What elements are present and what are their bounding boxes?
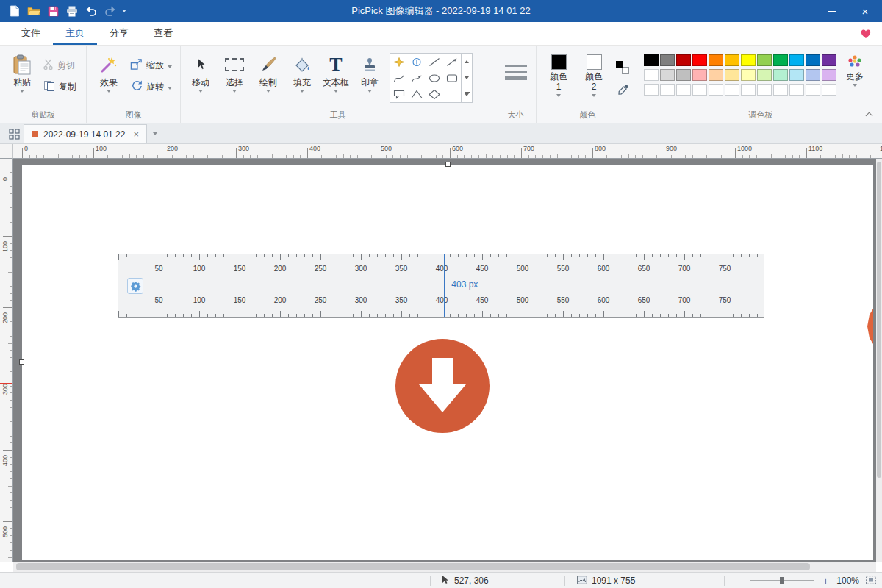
palette-swatch[interactable] bbox=[822, 69, 836, 81]
stamp-tool-button[interactable]: 印章 bbox=[353, 49, 387, 110]
color2-button[interactable]: 颜色 2 bbox=[578, 49, 610, 110]
palette-swatch[interactable] bbox=[676, 69, 691, 81]
textbox-tool-button[interactable]: T 文本框 bbox=[319, 49, 353, 110]
palette-swatch[interactable] bbox=[789, 69, 804, 81]
ribbon: 粘贴 剪切 复制 剪贴板 效果 bbox=[0, 46, 882, 123]
palette-swatch[interactable] bbox=[644, 54, 659, 66]
shape-ellipse-icon[interactable] bbox=[426, 70, 443, 86]
fit-to-window-icon[interactable] bbox=[866, 576, 876, 587]
palette-swatch[interactable] bbox=[773, 84, 788, 96]
copy-button[interactable]: 复制 bbox=[41, 79, 79, 94]
shape-curve-icon[interactable] bbox=[390, 70, 408, 86]
palette-swatch[interactable] bbox=[806, 54, 820, 66]
palette-swatch[interactable] bbox=[644, 84, 659, 96]
palette-swatch[interactable] bbox=[709, 84, 723, 96]
canvas[interactable]: 5050100100150150200200250250300300350350… bbox=[22, 165, 873, 560]
palette-swatch[interactable] bbox=[773, 54, 788, 66]
effects-button[interactable]: 效果 bbox=[90, 49, 128, 110]
selection-handle-left-middle[interactable] bbox=[19, 359, 24, 365]
print-icon[interactable] bbox=[63, 1, 81, 21]
zoom-out-button[interactable]: − bbox=[734, 576, 743, 587]
palette-swatch[interactable] bbox=[741, 54, 756, 66]
eyedropper-icon[interactable] bbox=[617, 85, 628, 98]
paste-button[interactable]: 粘贴 bbox=[3, 49, 41, 110]
shape-curve-arrow-icon[interactable] bbox=[408, 70, 426, 86]
palette-swatch[interactable] bbox=[725, 84, 739, 96]
palette-swatch[interactable] bbox=[660, 84, 675, 96]
rotate-button[interactable]: 旋转 bbox=[128, 79, 174, 94]
gallery-down-icon[interactable] bbox=[462, 70, 472, 86]
window-list-icon[interactable] bbox=[4, 124, 24, 143]
shape-circle-cross-icon[interactable] bbox=[408, 54, 426, 70]
undo-icon[interactable] bbox=[82, 1, 100, 21]
zoom-slider-thumb[interactable] bbox=[780, 577, 784, 584]
palette-swatch[interactable] bbox=[692, 69, 707, 81]
draw-tool-button[interactable]: 绘制 bbox=[251, 49, 285, 110]
tab-close-icon[interactable]: × bbox=[133, 129, 139, 140]
select-tool-button[interactable]: 选择 bbox=[218, 49, 251, 110]
open-folder-icon[interactable] bbox=[25, 1, 43, 21]
palette-swatch[interactable] bbox=[806, 69, 820, 81]
tab-file[interactable]: 文件 bbox=[9, 22, 53, 45]
fill-tool-button[interactable]: 填充 bbox=[285, 49, 319, 110]
palette-swatch[interactable] bbox=[741, 84, 756, 96]
palette-swatch[interactable] bbox=[789, 84, 804, 96]
tab-view[interactable]: 查看 bbox=[141, 22, 185, 45]
line-size-button[interactable] bbox=[498, 49, 533, 80]
qat-dropdown-icon[interactable] bbox=[122, 10, 126, 12]
redo-icon[interactable] bbox=[101, 1, 119, 21]
new-file-icon[interactable] bbox=[6, 1, 24, 21]
document-tab[interactable]: 2022-09-19 14 01 22 × bbox=[24, 124, 147, 143]
palette-swatch[interactable] bbox=[709, 69, 723, 81]
horizontal-scrollbar-thumb[interactable] bbox=[16, 563, 810, 570]
collapse-ribbon-button[interactable] bbox=[863, 110, 875, 120]
palette-swatch[interactable] bbox=[676, 54, 691, 66]
swap-colors-icon[interactable] bbox=[616, 61, 629, 74]
palette-swatch[interactable] bbox=[676, 84, 691, 96]
palette-swatch[interactable] bbox=[709, 54, 723, 66]
palette-swatch[interactable] bbox=[773, 69, 788, 81]
tab-home[interactable]: 主页 bbox=[53, 22, 97, 45]
gallery-more-icon[interactable] bbox=[462, 86, 472, 102]
close-button[interactable]: × bbox=[848, 0, 882, 22]
selection-handle-top-center[interactable] bbox=[445, 162, 451, 167]
move-tool-button[interactable]: 移动 bbox=[184, 49, 218, 110]
palette-swatch[interactable] bbox=[757, 69, 772, 81]
shape-star-icon[interactable] bbox=[390, 54, 408, 70]
palette-swatch[interactable] bbox=[822, 54, 836, 66]
palette-swatch[interactable] bbox=[660, 54, 675, 66]
palette-swatch[interactable] bbox=[660, 69, 675, 81]
shape-roundrect-icon[interactable] bbox=[443, 70, 461, 86]
shape-line-icon[interactable] bbox=[426, 54, 443, 70]
gallery-up-icon[interactable] bbox=[462, 54, 472, 70]
palette-swatch[interactable] bbox=[757, 54, 772, 66]
horizontal-scrollbar[interactable] bbox=[13, 562, 876, 572]
palette-swatch[interactable] bbox=[725, 69, 739, 81]
palette-swatch[interactable] bbox=[692, 54, 707, 66]
shape-bubble-icon[interactable] bbox=[390, 86, 408, 102]
palette-swatch[interactable] bbox=[789, 54, 804, 66]
tab-dropdown-icon[interactable] bbox=[147, 124, 163, 143]
zoom-slider[interactable] bbox=[750, 576, 814, 586]
shape-triangle-icon[interactable] bbox=[408, 86, 426, 102]
shape-arrow-line-icon[interactable] bbox=[443, 54, 461, 70]
more-colors-button[interactable]: 更多 bbox=[836, 49, 873, 110]
cut-button[interactable]: 剪切 bbox=[41, 58, 79, 73]
palette-swatch[interactable] bbox=[741, 69, 756, 81]
zoom-in-button[interactable]: + bbox=[821, 576, 830, 587]
vertical-scrollbar[interactable] bbox=[876, 159, 882, 562]
tab-share[interactable]: 分享 bbox=[97, 22, 141, 45]
resize-button[interactable]: 缩放 bbox=[128, 58, 174, 73]
shape-diamond-icon[interactable] bbox=[426, 86, 443, 102]
color1-button[interactable]: 颜色 1 bbox=[542, 49, 575, 110]
palette-swatch[interactable] bbox=[644, 69, 659, 81]
save-icon[interactable] bbox=[44, 1, 62, 21]
donate-heart-icon[interactable] bbox=[860, 22, 882, 45]
palette-swatch[interactable] bbox=[692, 84, 707, 96]
vertical-scrollbar-thumb[interactable] bbox=[877, 162, 881, 478]
minimize-button[interactable] bbox=[814, 0, 848, 22]
palette-swatch[interactable] bbox=[757, 84, 772, 96]
palette-swatch[interactable] bbox=[725, 54, 739, 66]
palette-swatch[interactable] bbox=[806, 84, 820, 96]
palette-swatch[interactable] bbox=[822, 84, 836, 96]
